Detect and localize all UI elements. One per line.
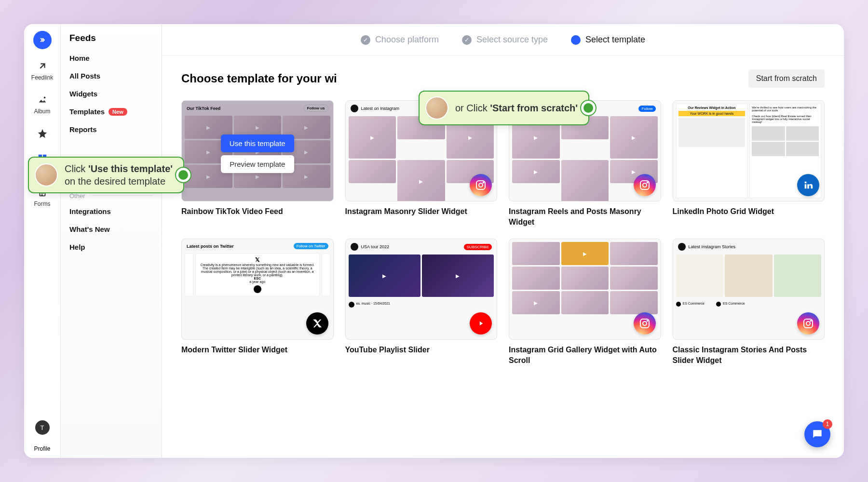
start-from-scratch-button[interactable]: Start from scratch: [748, 69, 825, 88]
rail-label: Feedlink: [31, 74, 53, 81]
image-icon: [36, 94, 49, 106]
sidebar-home[interactable]: Home: [61, 49, 162, 67]
template-card[interactable]: Our Reviews Widget In ActionYour WORK is…: [673, 100, 825, 227]
template-card[interactable]: Latest posts on TwitterFollow on Twitter…: [181, 239, 334, 365]
sidebar-all-posts[interactable]: All Posts: [61, 67, 162, 85]
step-choose-platform[interactable]: ✓ Choose platform: [361, 35, 439, 45]
app-logo[interactable]: [33, 31, 52, 49]
sidebar-reports[interactable]: Reports: [61, 120, 162, 138]
instagram-icon: [470, 174, 492, 196]
thumb-header: Our TikTok Feed: [187, 106, 220, 111]
chat-icon: [811, 428, 824, 441]
thumb-follow: Follow: [638, 106, 655, 112]
tooltip-pointer-icon: [581, 101, 596, 115]
tooltip-use-template: Click 'Use this template' on the desired…: [28, 157, 184, 193]
arrow-up-right-icon: [36, 60, 49, 72]
preview-template-button[interactable]: Preview template: [221, 155, 294, 173]
page-title: Choose template for your wi: [181, 72, 337, 85]
chat-badge: 1: [823, 419, 832, 429]
svg-point-16: [811, 321, 812, 321]
template-title: YouTube Playlist Slider: [345, 345, 498, 355]
step-select-source[interactable]: ✓ Select source type: [462, 35, 548, 45]
thumb-follow: SUBSCRIBE: [464, 244, 492, 250]
thumb-header: USA tour 2022: [361, 244, 390, 249]
step-select-template[interactable]: Select template: [571, 35, 645, 45]
svg-point-6: [479, 183, 483, 187]
rail-star[interactable]: [24, 125, 60, 142]
sidebar-item-label: Templates: [69, 107, 105, 116]
tooltip-avatar-icon: [425, 96, 448, 120]
template-card[interactable]: Latest Instagram Stories ES CommerceES C…: [673, 239, 825, 365]
template-card[interactable]: USA tour 2022SUBSCRIBE es. music · 15/04…: [345, 239, 498, 365]
youtube-icon: [470, 312, 492, 335]
sidebar-templates[interactable]: Templates New: [61, 103, 162, 120]
sidebar-title: Feeds: [61, 24, 162, 49]
template-card[interactable]: Our TikTok Feed Follow us Use this templ…: [181, 100, 334, 227]
template-title: Classic Instagram Stories And Posts Slid…: [673, 345, 825, 365]
instagram-icon: [634, 312, 656, 335]
thumb-header: Latest posts on Twitter: [187, 244, 234, 249]
sidebar-integrations[interactable]: Integrations: [61, 202, 162, 220]
step-label: Choose platform: [375, 35, 439, 45]
svg-point-10: [647, 182, 648, 183]
svg-point-15: [806, 321, 810, 325]
thumb-header: Our Reviews Widget In Action: [688, 106, 735, 109]
linkedin-icon: [797, 174, 819, 196]
profile-avatar[interactable]: T: [35, 420, 50, 435]
step-label: Select source type: [476, 35, 548, 45]
profile-label: Profile: [34, 445, 50, 452]
template-title: Rainbow TikTok Video Feed: [181, 206, 334, 217]
use-this-template-button[interactable]: Use this template: [221, 134, 294, 152]
template-title: Instagram Masonry Slider Widget: [345, 206, 498, 217]
template-title: LinkedIn Photo Grid Widget: [673, 206, 825, 217]
thumb-header: Latest Instagram Stories: [689, 244, 736, 249]
template-title: Modern Twitter Slider Widget: [181, 345, 334, 355]
x-icon: [306, 312, 328, 335]
check-icon: ✓: [361, 35, 370, 45]
new-badge: New: [108, 108, 127, 116]
sidebar-whats-new[interactable]: What's New: [61, 220, 162, 238]
svg-point-9: [643, 183, 647, 187]
rail-feedlink[interactable]: Feedlink: [24, 58, 60, 83]
svg-point-12: [643, 321, 647, 325]
step-label: Select template: [585, 35, 645, 45]
chat-button[interactable]: 1: [804, 421, 830, 447]
thumb-follow: Follow us: [304, 105, 328, 112]
sidebar-widgets[interactable]: Widgets: [61, 85, 162, 103]
template-title: Instagram Reels and Posts Masonry Widget: [509, 206, 661, 227]
tooltip-start-scratch: or Click 'Start from scratch': [419, 91, 589, 125]
rail-album[interactable]: Album: [24, 92, 60, 117]
thumb-header: Latest on Instagram: [361, 106, 400, 111]
svg-point-13: [647, 321, 648, 321]
instagram-icon: [797, 312, 819, 335]
sidebar-help[interactable]: Help: [61, 238, 162, 256]
tooltip-pointer-icon: [176, 168, 190, 182]
dot-icon: [571, 35, 581, 45]
template-title: Instagram Grid Gallery Widget with Auto …: [509, 345, 661, 365]
rail-label: Forms: [34, 201, 51, 207]
stepper: ✓ Choose platform ✓ Select source type S…: [162, 24, 844, 56]
tooltip-avatar-icon: [35, 163, 58, 187]
svg-point-7: [483, 182, 484, 183]
star-icon: [36, 127, 49, 140]
template-card[interactable]: Instagram Grid Gallery Widget with Auto …: [509, 239, 661, 365]
check-icon: ✓: [462, 35, 472, 45]
thumb-follow: Follow on Twitter: [294, 243, 328, 249]
instagram-icon: [634, 174, 656, 196]
rail-label: Album: [34, 108, 50, 115]
